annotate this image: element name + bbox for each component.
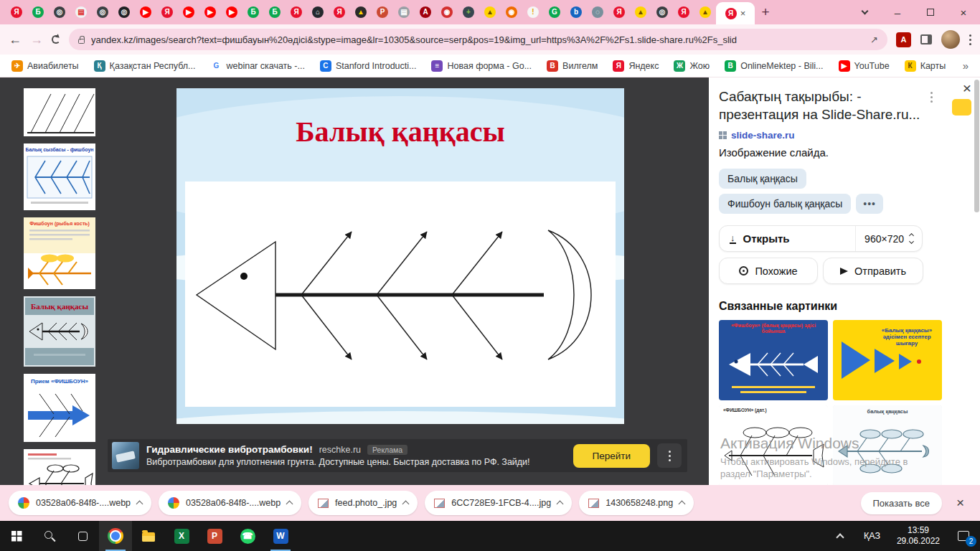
browser-tab[interactable]: Я [156,1,178,23]
browser-tab[interactable]: ▤ [393,1,415,23]
tag-chip[interactable]: Фишбоун балық қаңқасы [719,194,851,214]
bookmark-item[interactable]: ҚҚазақстан Республ... [94,60,196,72]
forward-button[interactable]: → [30,32,43,47]
back-button[interactable]: ← [9,32,22,47]
bookmark-item[interactable]: ВВилгелм [547,60,598,72]
thumbnail-fishbone-partial[interactable] [24,88,95,136]
ad-banner[interactable]: Гидравлические вибротрамбовки! reschke.r… [108,439,687,472]
language-indicator[interactable]: ҚАЗ [854,531,890,541]
browser-tab[interactable]: ◎ [113,1,135,23]
bookmark-item[interactable]: ЖЖою [674,60,710,72]
tag-chip[interactable]: Балық қаңқасы [719,169,806,189]
yellow-promo-badge[interactable] [952,99,971,116]
thumbnail-balyk-kankasy-current[interactable]: Балық қаңқасы [24,296,95,367]
browser-menu-icon[interactable] [969,34,971,45]
download-chip[interactable]: feed.photo_.jpg [308,491,418,515]
browser-tab[interactable]: P [372,1,393,23]
browser-tab[interactable]: b [565,1,587,23]
whatsapp-icon[interactable]: ☎ [231,521,264,551]
related-image-yellow-slide[interactable]: «Балық қаңқасы» әдісімен есептер шығару [833,320,942,400]
browser-tab[interactable]: ◎ [92,1,113,23]
file-explorer-icon[interactable] [132,521,165,551]
panel-scrollbar[interactable] [974,80,979,212]
browser-tab[interactable]: Я [673,1,694,23]
bookmark-item[interactable]: BOnlineMektep - Bili... [725,60,823,72]
download-chip[interactable]: 03528a06-84f8-....webp [159,491,301,515]
pdf-extension-icon[interactable]: A [896,32,911,47]
profile-avatar[interactable] [941,30,960,49]
chrome-taskbar-icon[interactable] [99,521,132,551]
bookmark-item[interactable]: ✈Авиабилеты [11,60,79,72]
source-site-link[interactable]: slide-share.ru [731,130,795,141]
search-button[interactable] [33,521,66,551]
task-view-button[interactable] [66,521,99,551]
clock[interactable]: 13:59 29.06.2022 [890,525,947,547]
related-image-blue-slide[interactable]: «Фишбоун» (балық қаңқасы) әдісі бойынша [719,320,828,400]
image-size-selector[interactable]: 960×720 [855,226,922,251]
action-center-button[interactable]: 2 [947,521,980,551]
similar-images-button[interactable]: Похожие [719,258,818,284]
download-chip[interactable]: 6CC728E9-1FCB-4....jpg [425,491,572,515]
chevron-up-icon[interactable] [286,501,293,508]
thumbnail-priem-fishbone[interactable]: Прием «ФИШБОУН» [24,374,95,442]
browser-tab[interactable]: ◎ [49,1,70,23]
bookmark-item[interactable]: ≡Новая форма - Go... [431,60,532,72]
browser-tab[interactable]: ▶ [135,1,156,23]
browser-tab[interactable]: ▲ [694,1,716,23]
sidebar-icon[interactable] [920,34,932,44]
powerpoint-icon[interactable]: P [198,521,231,551]
reload-button[interactable] [52,35,60,44]
browser-tab[interactable]: ◎ [651,1,673,23]
address-bar[interactable]: yandex.kz/images/search?text=фишбауын%20… [69,29,887,50]
browser-tab[interactable]: G [544,1,565,23]
tab-search-button[interactable] [848,0,881,24]
close-downloads-icon[interactable]: × [949,495,971,511]
browser-tab[interactable]: ◉ [501,1,522,23]
chevron-up-icon[interactable] [136,501,143,508]
excel-icon[interactable]: X [165,521,198,551]
browser-tab[interactable]: ◉ [436,1,458,23]
browser-tab[interactable]: ▲ [350,1,372,23]
browser-tab[interactable]: ▶ [178,1,199,23]
thumbnail-fishbone-rybya-kost[interactable]: Фишбоун (рыбья кость) [24,217,95,289]
send-button[interactable]: Отправить [823,258,923,284]
url-text[interactable]: yandex.kz/images/search?text=фишбауын%20… [91,34,864,45]
thumbnail-balyk-syzbasy[interactable]: Балық сызбасы - фишбоун [24,143,95,210]
browser-tab[interactable]: Я [286,1,307,23]
download-chip[interactable]: 1430658248.png [579,491,694,515]
thumbnail-fishbone-black[interactable] [24,449,95,485]
browser-tab[interactable]: ▤ [70,1,92,23]
chevron-up-icon[interactable] [402,501,410,508]
start-button[interactable] [0,521,33,551]
browser-tab[interactable]: Б [242,1,264,23]
image-title[interactable]: Сабақтың тақырыбы: - презентация на Slid… [719,88,928,123]
minimize-button[interactable]: – [881,0,914,24]
open-image-button[interactable]: ↓ Открыть 960×720 [719,225,923,252]
active-tab[interactable]: Я× [716,2,755,24]
browser-tab[interactable]: + [458,1,479,23]
browser-tab[interactable]: Я [608,1,630,23]
bookmarks-overflow-button[interactable]: » [963,60,969,72]
browser-tab[interactable]: ▶ [221,1,242,23]
tray-chevron-up-icon[interactable] [836,533,844,541]
bookmark-item[interactable]: Gwebinar скачать -... [210,60,304,72]
browser-tab[interactable]: ▶ [199,1,221,23]
chevron-up-icon[interactable] [679,501,686,508]
ad-title[interactable]: Гидравлические вибротрамбовки! [146,444,313,455]
download-chip[interactable]: 03528a06-84f8-....webp [9,491,151,515]
ad-go-button[interactable]: Перейти [573,444,651,468]
browser-tab[interactable]: Я [329,1,350,23]
bookmark-item[interactable]: ККарты [905,60,946,72]
title-menu-icon[interactable] [930,92,933,103]
more-tags-chip[interactable]: ••• [856,194,883,214]
word-icon[interactable]: W [264,521,297,551]
related-image-balyk-kankasy[interactable]: балық қаңқасы [833,405,942,485]
close-viewer-icon[interactable]: × [963,80,971,97]
browser-tab[interactable]: ▲ [630,1,651,23]
bookmark-item[interactable]: ЯЯндекс [613,60,659,72]
maximize-button[interactable] [914,0,947,24]
new-tab-button[interactable]: + [755,1,776,23]
bookmark-item[interactable]: CStanford Introducti... [320,60,417,72]
browser-tab[interactable]: A [415,1,436,23]
bookmark-item[interactable]: ▶YouTube [839,60,890,72]
